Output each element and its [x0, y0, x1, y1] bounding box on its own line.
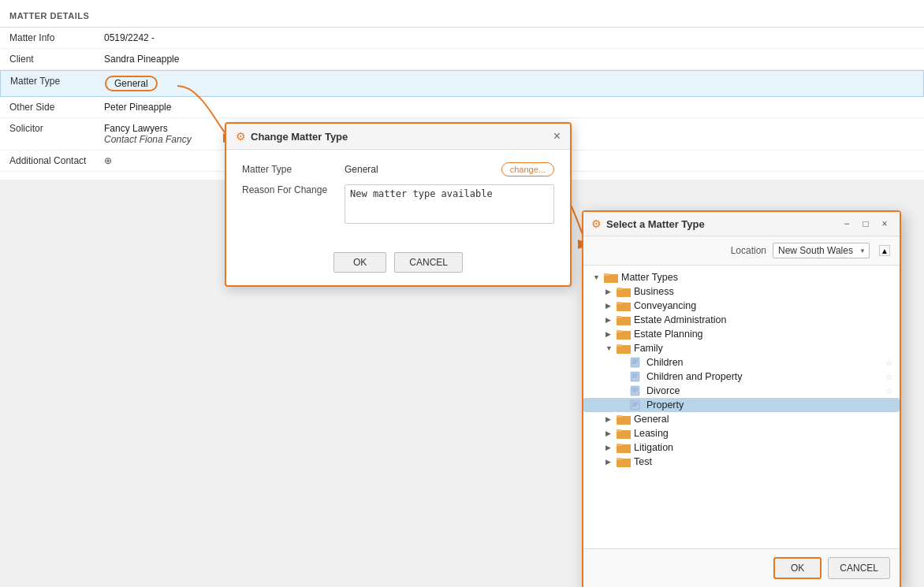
tree-node-estate-planning[interactable]: ▶ Estate Planning	[583, 327, 900, 341]
tree-arrow-matter-types: ▼	[593, 273, 604, 281]
tree-area[interactable]: ▼ Matter Types ▶ Business ▶ Conveyancing…	[583, 266, 900, 548]
folder-icon-business	[617, 286, 631, 297]
change-dialog-body: Matter Type General change... Reason For…	[226, 150, 570, 244]
location-dropdown[interactable]: New South Wales Victoria Queensland	[773, 243, 870, 258]
svg-rect-34	[617, 444, 622, 446]
reason-textarea[interactable]: New matter type available	[345, 184, 554, 224]
tree-node-estate-admin[interactable]: ▶ Estate Administration	[583, 313, 900, 327]
tree-node-property[interactable]: Property	[583, 398, 900, 412]
matter-info-row: Matter Info 0519/2242 -	[0, 28, 924, 49]
svg-rect-4	[617, 288, 622, 290]
maximize-button[interactable]: □	[859, 217, 873, 231]
tree-label-divorce: Divorce	[646, 385, 885, 396]
tree-label-estate-planning: Estate Planning	[634, 329, 900, 340]
change-dialog-ok-button[interactable]: OK	[333, 252, 386, 273]
solicitor-value: Fancy Lawyers Contact Fiona Fancy	[104, 123, 192, 145]
other-side-label: Other Side	[9, 102, 104, 113]
star-children-property: ☆	[885, 372, 893, 382]
scroll-up-button[interactable]: ▲	[879, 245, 890, 256]
tree-label-children: Children	[646, 357, 885, 368]
matter-type-field-row: Matter Type General change...	[242, 162, 554, 176]
folder-icon-estate-planning	[617, 329, 631, 340]
change-dialog-cancel-button[interactable]: CANCEL	[394, 252, 463, 273]
client-label: Client	[9, 54, 104, 65]
folder-icon-matter-types	[604, 272, 618, 283]
tree-node-conveyancing[interactable]: ▶ Conveyancing	[583, 299, 900, 313]
svg-rect-30	[617, 415, 622, 418]
svg-rect-21	[631, 386, 639, 396]
svg-rect-25	[631, 400, 639, 410]
select-dialog-footer: OK CANCEL	[583, 548, 900, 587]
tree-node-family[interactable]: ▼ Family	[583, 341, 900, 355]
tree-label-family: Family	[634, 343, 900, 354]
additional-contact-add-btn[interactable]: ⊕	[104, 155, 112, 166]
folder-icon-general	[617, 414, 631, 425]
tree-node-children-property[interactable]: Children and Property ☆	[583, 370, 900, 384]
select-dialog-header: ⚙ Select a Matter Type − □ ×	[583, 212, 900, 236]
matter-type-field-label: Matter Type	[242, 164, 345, 175]
svg-rect-8	[617, 316, 622, 318]
folder-icon-estate-admin	[617, 314, 631, 325]
tree-node-test[interactable]: ▶ Test	[583, 455, 900, 469]
additional-contact-label: Additional Contact	[9, 155, 104, 166]
tree-label-children-property: Children and Property	[646, 371, 885, 382]
matter-info-value: 0519/2242 -	[104, 32, 155, 43]
change-dialog-icon: ⚙	[236, 130, 246, 143]
tree-node-general[interactable]: ▶ General	[583, 412, 900, 426]
tree-node-divorce[interactable]: Divorce ☆	[583, 384, 900, 398]
folder-icon-litigation	[617, 442, 631, 453]
change-dialog-close-button[interactable]: ×	[553, 130, 561, 143]
folder-icon-leasing	[617, 428, 631, 439]
tree-arrow-litigation: ▶	[605, 444, 617, 451]
star-children: ☆	[885, 358, 893, 368]
matter-type-row: Matter Type General	[0, 70, 924, 97]
client-value: Sandra Pineapple	[104, 54, 179, 65]
change-matter-type-button[interactable]: change...	[501, 162, 554, 176]
tree-node-leasing[interactable]: ▶ Leasing	[583, 426, 900, 440]
select-dialog-icon: ⚙	[591, 217, 602, 230]
doc-icon-children-property	[629, 371, 643, 382]
tree-label-matter-types: Matter Types	[621, 272, 900, 283]
svg-rect-17	[631, 372, 639, 381]
folder-icon-conveyancing	[617, 300, 631, 311]
select-dialog-cancel-button[interactable]: CANCEL	[828, 557, 890, 579]
tree-node-children[interactable]: Children ☆	[583, 355, 900, 370]
location-bar: Location New South Wales Victoria Queens…	[583, 236, 900, 266]
change-matter-type-dialog: ⚙ Change Matter Type × Matter Type Gener…	[225, 122, 572, 287]
tree-label-estate-admin: Estate Administration	[634, 314, 900, 325]
tree-label-property: Property	[646, 399, 900, 411]
matter-type-field-value: General	[345, 164, 501, 175]
other-side-row: Other Side Peter Pineapple	[0, 97, 924, 118]
other-side-value: Peter Pineapple	[104, 102, 171, 113]
tree-arrow-conveyancing: ▶	[605, 302, 617, 310]
svg-rect-12	[617, 344, 622, 347]
tree-label-leasing: Leasing	[634, 428, 900, 439]
tree-arrow-estate-planning: ▶	[605, 330, 617, 338]
folder-icon-family	[617, 343, 631, 354]
tree-arrow-general: ▶	[605, 415, 617, 423]
tree-arrow-leasing: ▶	[605, 429, 617, 437]
tree-node-matter-types[interactable]: ▼ Matter Types	[583, 270, 900, 284]
doc-icon-children	[629, 357, 643, 368]
select-dialog-close-button[interactable]: ×	[877, 217, 892, 231]
select-dialog-ok-button[interactable]: OK	[773, 557, 822, 579]
tree-node-business[interactable]: ▶ Business	[583, 284, 900, 299]
folder-icon-test	[617, 456, 631, 467]
svg-rect-32	[617, 429, 622, 432]
tree-label-conveyancing: Conveyancing	[634, 300, 900, 311]
change-dialog-footer: OK CANCEL	[226, 244, 570, 285]
change-dialog-title: Change Matter Type	[251, 131, 553, 143]
matter-details-title: MATTER DETAILS	[0, 8, 924, 28]
tree-node-litigation[interactable]: ▶ Litigation	[583, 440, 900, 455]
tree-label-general: General	[634, 414, 900, 425]
matter-type-value: General	[105, 76, 158, 91]
reason-field-row: Reason For Change New matter type availa…	[242, 184, 554, 224]
tree-arrow-estate-admin: ▶	[605, 316, 617, 324]
svg-rect-36	[617, 458, 622, 460]
minimize-button[interactable]: −	[840, 217, 854, 231]
tree-arrow-test: ▶	[605, 458, 617, 466]
tree-label-business: Business	[634, 286, 900, 297]
star-divorce: ☆	[885, 386, 893, 396]
change-dialog-header: ⚙ Change Matter Type ×	[226, 124, 570, 150]
svg-rect-10	[617, 330, 622, 333]
